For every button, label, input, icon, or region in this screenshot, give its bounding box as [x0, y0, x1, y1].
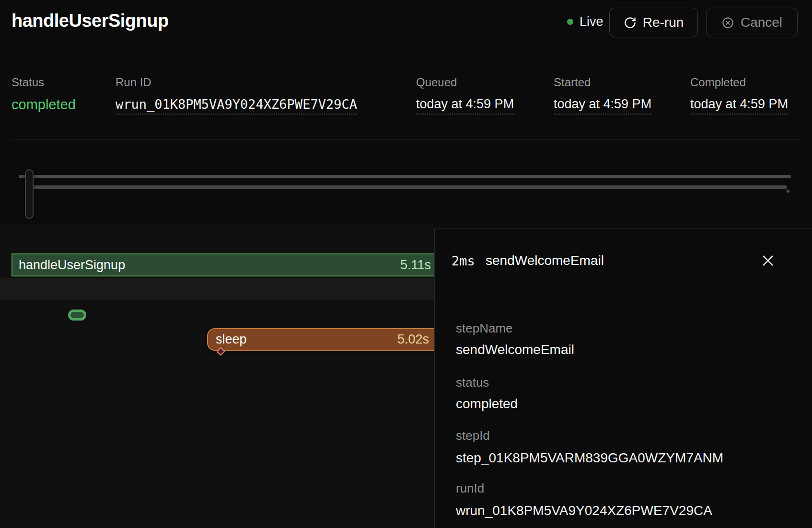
run-id-label: Run ID — [116, 76, 151, 89]
refresh-icon — [624, 16, 637, 29]
status-label: Status — [12, 76, 44, 89]
field-value-status: completed — [456, 396, 518, 412]
field-label-stepid: stepId — [456, 428, 490, 443]
live-dot-icon — [567, 19, 573, 25]
run-id-value[interactable]: wrun_01K8PM5VA9Y024XZ6PWE7V29CA — [116, 97, 357, 115]
rerun-label: Re-run — [643, 15, 684, 30]
panel-header: 2ms sendWelcomeEmail — [435, 229, 812, 291]
cancel-label: Cancel — [741, 15, 782, 30]
completed-label: Completed — [690, 76, 746, 89]
step-title: sendWelcomeEmail — [486, 253, 604, 268]
minimap-bar-sleep — [29, 185, 787, 189]
page-title: handleUserSignup — [12, 11, 169, 31]
run-bar-label: handleUserSignup — [19, 258, 125, 273]
cancel-button[interactable]: Cancel — [706, 8, 798, 37]
started-label: Started — [554, 76, 591, 89]
field-value-stepid: step_01K8PM5VARM839GGA0WZYM7ANM — [456, 450, 723, 466]
field-value-runid: wrun_01K8PM5VA9Y024XZ6PWE7V29CA — [456, 503, 712, 518]
field-label-runid: runId — [456, 481, 484, 496]
step-duration: 2ms — [452, 253, 475, 268]
completed-value[interactable]: today at 4:59 PM — [690, 97, 788, 115]
started-value[interactable]: today at 4:59 PM — [554, 97, 651, 115]
run-details-screen: handleUserSignup Live Re-run Cancel Stat… — [0, 0, 812, 528]
step-pill-sendwelcomeemail[interactable] — [68, 310, 86, 321]
selected-row-highlight — [0, 278, 434, 299]
meta-divider — [12, 139, 800, 139]
close-panel-button[interactable] — [760, 253, 776, 269]
waterfall-chart: handleUserSignup 5.11s sleep 5.02s — [0, 224, 434, 528]
minimap-bar-run — [19, 175, 791, 178]
minimap-viewport-handle[interactable] — [25, 169, 34, 219]
step-details-panel: 2ms sendWelcomeEmail stepName sendWelcom… — [434, 229, 812, 528]
rerun-button[interactable]: Re-run — [609, 8, 698, 37]
field-label-status: status — [456, 375, 489, 390]
queued-value[interactable]: today at 4:59 PM — [416, 97, 514, 115]
live-indicator: Live — [567, 14, 603, 29]
sleep-bar-label: sleep — [216, 332, 247, 347]
live-label: Live — [580, 14, 603, 29]
sleep-bar-duration: 5.02s — [397, 332, 429, 347]
run-bar[interactable]: handleUserSignup 5.11s — [12, 253, 434, 276]
sleep-bar[interactable]: sleep 5.02s — [207, 328, 434, 351]
run-bar-duration: 5.11s — [400, 258, 431, 273]
cancel-circle-x-icon — [721, 16, 734, 29]
queued-label: Queued — [416, 76, 457, 89]
field-label-stepname: stepName — [456, 321, 513, 336]
minimap-marker-icon — [786, 189, 790, 193]
status-value: completed — [12, 97, 76, 113]
field-value-stepname: sendWelcomeEmail — [456, 342, 574, 357]
close-icon — [760, 263, 776, 270]
